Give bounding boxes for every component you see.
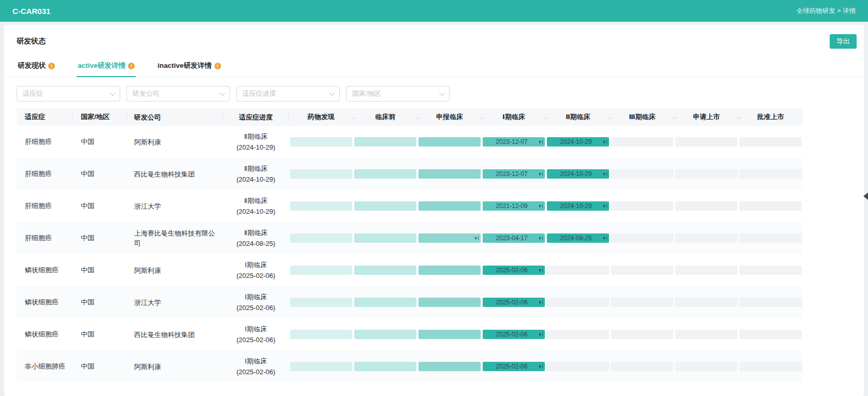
phase-bar[interactable]: 2023-12-07 [483, 137, 545, 146]
table-row: 肝细胞癌中国上海赛比曼生物科技有限公司Ⅱ期临床(2024-08-25)2023-… [17, 222, 803, 254]
phase-date-label: 2024-10-29 [560, 202, 596, 210]
phase-cell [610, 201, 674, 211]
column-header-phase: 批准上市 [739, 112, 803, 122]
phase-cell [289, 201, 353, 211]
tab-active-details[interactable]: active研发详情 i [77, 57, 136, 77]
filter-company[interactable]: 研发公司 [126, 86, 230, 101]
phase-date-label: 2024-08-25 [560, 234, 596, 242]
phase-cell [417, 330, 482, 339]
progress-phase-label: Ⅱ期临床 [223, 131, 289, 142]
phase-bar[interactable] [418, 233, 481, 243]
phase-cell [674, 201, 739, 211]
phase-bar [547, 298, 609, 307]
phase-bar [418, 330, 481, 339]
filter-placeholder: 适应症进度 [242, 89, 276, 98]
phase-column-label: 药物发现 [308, 113, 335, 121]
phase-bar [418, 137, 481, 146]
phase-cell [289, 362, 353, 371]
phase-bar[interactable]: 2023-12-07 [483, 169, 545, 179]
step-forward-icon [539, 172, 543, 176]
tab-rd-overview[interactable]: 研发现状 i [17, 57, 56, 77]
progress-date-label: (2025-02-06) [223, 270, 289, 281]
progress-date-label: (2024-10-29) [223, 142, 289, 153]
phase-cell [417, 137, 482, 146]
tab-label: inactive研发详情 [157, 61, 211, 70]
phase-bar[interactable]: 2024-08-25 [547, 233, 609, 243]
row-indication: 非小细胞肺癌 [17, 362, 73, 371]
progress-phase-label: Ⅱ期临床 [223, 195, 289, 206]
phase-bar[interactable]: 2025-02-06 [483, 362, 545, 371]
phase-bar[interactable]: 2025-02-06 [483, 266, 545, 275]
progress-date-label: (2025-02-06) [223, 366, 289, 377]
phase-bar [354, 169, 416, 179]
info-icon[interactable]: i [48, 63, 55, 69]
phase-bar[interactable]: 2025-02-06 [483, 298, 545, 307]
phase-cell [289, 137, 353, 146]
row-indication: 鳞状细胞癌 [17, 330, 73, 339]
column-header: 适应症 [17, 112, 73, 122]
phase-bar[interactable]: 2024-10-29 [547, 169, 609, 179]
filter-region[interactable]: 国家/地区 [346, 86, 450, 101]
phase-bar [547, 362, 609, 371]
phase-date-label: 2025-02-06 [496, 267, 531, 274]
column-header-phase: 申请上市→ [674, 112, 739, 122]
phase-bar [611, 137, 673, 146]
phase-bar [740, 169, 802, 179]
phase-cell [417, 233, 482, 243]
filter-progress[interactable]: 适应症进度 [236, 86, 340, 101]
progress-date-label: (2025-02-06) [223, 334, 289, 345]
phase-bar [740, 137, 802, 146]
phase-cell: 2024-10-29 [546, 137, 610, 146]
phase-cell [610, 233, 674, 243]
phase-cell [674, 137, 739, 146]
phase-cell [674, 362, 739, 371]
phase-column-label: Ⅱ期临床 [566, 113, 590, 121]
column-header-phase: 申报临床→ [417, 112, 482, 122]
info-icon[interactable]: i [214, 63, 221, 69]
pipeline-table: 适应症国家/地区研发公司适应症进度药物发现→临床前→申报临床→Ⅰ期临床→Ⅱ期临床… [17, 108, 851, 383]
filters-bar: 适应症 研发公司 适应症进度 国家/地区 [4, 77, 864, 108]
export-button[interactable]: 导出 [830, 34, 857, 49]
progress-date-label: (2024-08-25) [223, 238, 289, 249]
phase-bar [418, 362, 481, 371]
phase-bar [354, 298, 416, 307]
phase-bar [418, 266, 481, 275]
phase-cell: 2023-12-07 [482, 137, 546, 146]
collapse-panel-icon[interactable] [863, 193, 868, 200]
phase-bar [418, 298, 481, 307]
row-indication: 鳞状细胞癌 [17, 266, 73, 275]
phase-bar[interactable]: 2024-10-29 [547, 201, 609, 211]
column-header: 适应症进度 [223, 112, 289, 123]
phase-date-label: 2025-02-06 [496, 363, 531, 370]
table-row: 肝细胞癌中国西比曼生物科技集团Ⅱ期临床(2024-10-29)2023-12-0… [17, 158, 803, 190]
phase-cell [353, 266, 417, 275]
row-progress: Ⅱ期临床(2024-10-29) [223, 131, 289, 153]
table-row: 非小细胞肺癌中国阿斯利康Ⅰ期临床(2025-02-06)2025-02-06 [17, 350, 803, 383]
phase-bar[interactable]: 2023-04-17 [483, 233, 545, 243]
phase-bar[interactable]: 2025-02-06 [483, 330, 545, 339]
phase-bar [740, 266, 802, 275]
table-header: 适应症国家/地区研发公司适应症进度药物发现→临床前→申报临床→Ⅰ期临床→Ⅱ期临床… [17, 108, 803, 126]
chevron-down-icon [329, 90, 335, 96]
phase-cell [739, 169, 803, 179]
info-icon[interactable]: i [128, 63, 135, 69]
breadcrumb[interactable]: 全球药物研发 > 详情 [797, 7, 856, 16]
row-progress: Ⅱ期临床(2024-10-29) [223, 163, 289, 185]
filter-indication[interactable]: 适应症 [17, 86, 120, 101]
phase-bar[interactable]: 2021-12-09 [483, 201, 545, 211]
phase-bar [675, 330, 737, 339]
phase-bar [675, 137, 737, 146]
phase-bar[interactable]: 2024-10-29 [547, 137, 609, 146]
phase-bar [418, 169, 481, 179]
phase-cell [353, 330, 417, 339]
tab-label: active研发详情 [78, 61, 125, 70]
phase-bar [290, 137, 352, 146]
phase-bar [611, 330, 673, 339]
step-forward-icon [539, 364, 543, 369]
phase-column-label: 批准上市 [757, 113, 784, 121]
phase-date-label: 2024-10-29 [560, 138, 596, 145]
row-progress: Ⅰ期临床(2025-02-06) [223, 259, 289, 281]
step-forward-icon [475, 236, 479, 240]
tab-inactive-details[interactable]: inactive研发详情 i [156, 57, 222, 77]
column-header-phase: Ⅱ期临床→ [546, 112, 610, 122]
